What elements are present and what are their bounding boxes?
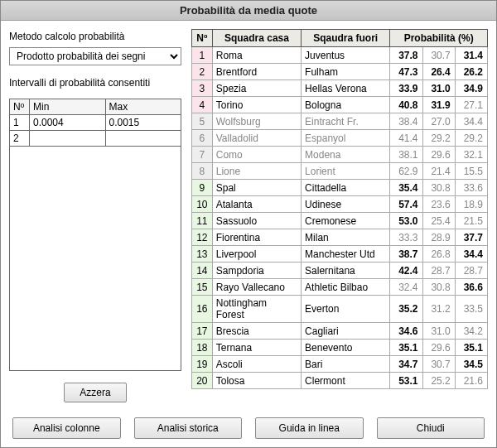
match-prob-x: 31.0 [422, 323, 455, 340]
match-prob-2: 36.6 [455, 279, 487, 296]
chiudi-button[interactable]: Chiudi [377, 417, 485, 439]
match-prob-1: 33.9 [390, 80, 422, 97]
match-prob-2: 27.1 [455, 97, 487, 113]
intervals-cell-min[interactable] [30, 131, 106, 147]
match-prob-2: 28.7 [455, 263, 487, 279]
match-away: Bari [302, 356, 390, 373]
matches-header-home: Squadra casa [212, 30, 301, 47]
table-row[interactable]: 12FiorentinaMilan33.328.937.7 [192, 229, 488, 246]
match-home: Liverpool [212, 246, 301, 263]
window: Probabilità da media quote Metodo calcol… [0, 0, 497, 448]
match-num: 17 [192, 323, 213, 340]
match-prob-1: 35.2 [390, 296, 422, 323]
table-row[interactable]: 4TorinoBologna40.831.927.1 [192, 97, 488, 113]
match-prob-x: 29.2 [422, 130, 455, 147]
intervals-cell-min[interactable]: 0.0004 [30, 115, 106, 131]
match-home: Ascoli [212, 356, 301, 373]
match-prob-x: 31.0 [422, 80, 455, 97]
table-row[interactable]: 9SpalCittadella35.430.833.6 [192, 180, 488, 196]
table-row[interactable]: 13LiverpoolManchester Utd38.726.834.4 [192, 246, 488, 263]
match-prob-2: 33.6 [455, 180, 487, 196]
match-prob-x: 31.9 [422, 97, 455, 113]
table-row[interactable]: 14SampdoriaSalernitana42.428.728.7 [192, 263, 488, 279]
table-row[interactable]: 5WolfsburgEintracht Fr.38.427.034.4 [192, 113, 488, 130]
match-away: Fulham [302, 64, 390, 80]
match-away: Hellas Verona [302, 80, 390, 97]
match-prob-x: 29.6 [422, 147, 455, 163]
table-row[interactable]: 3SpeziaHellas Verona33.931.034.9 [192, 80, 488, 97]
match-prob-2: 32.1 [455, 147, 487, 163]
match-prob-2: 15.5 [455, 163, 487, 180]
match-prob-1: 33.3 [390, 229, 422, 246]
intervals-row[interactable]: 2 [10, 131, 181, 147]
intervals-blank-area[interactable] [9, 147, 181, 371]
table-row[interactable]: 19AscoliBari34.730.734.5 [192, 356, 488, 373]
analisi-colonne-button[interactable]: Analisi colonne [12, 417, 121, 439]
match-prob-2: 31.4 [455, 47, 487, 64]
match-prob-x: 29.6 [422, 340, 455, 356]
bottom-bar: Analisi colonne Analisi storica Guida in… [1, 411, 496, 447]
match-prob-1: 53.1 [390, 373, 422, 389]
table-row[interactable]: 16Nottingham ForestEverton35.231.233.5 [192, 296, 488, 323]
method-select[interactable]: Prodotto probabilità dei segni [9, 47, 181, 65]
match-prob-x: 30.7 [422, 356, 455, 373]
match-num: 16 [192, 296, 213, 323]
match-num: 15 [192, 279, 213, 296]
match-home: Atalanta [212, 196, 301, 213]
match-prob-1: 35.4 [390, 180, 422, 196]
intervals-row[interactable]: 10.00040.0015 [10, 115, 181, 131]
match-away: Lorient [302, 163, 390, 180]
match-num: 1 [192, 47, 213, 64]
match-prob-2: 35.1 [455, 340, 487, 356]
match-prob-1: 38.7 [390, 246, 422, 263]
table-row[interactable]: 7ComoModena38.129.632.1 [192, 147, 488, 163]
table-row[interactable]: 10AtalantaUdinese57.423.618.9 [192, 196, 488, 213]
table-row[interactable]: 20TolosaClermont53.125.221.6 [192, 373, 488, 389]
intervals-cell-max[interactable] [105, 131, 181, 147]
match-prob-2: 18.9 [455, 196, 487, 213]
table-row[interactable]: 17BresciaCagliari34.631.034.2 [192, 323, 488, 340]
match-prob-2: 34.5 [455, 356, 487, 373]
match-num: 8 [192, 163, 213, 180]
match-prob-2: 33.5 [455, 296, 487, 323]
table-row[interactable]: 18TernanaBenevento35.129.635.1 [192, 340, 488, 356]
intervals-label: Intervalli di probabilità consentiti [9, 77, 181, 89]
match-away: Modena [302, 147, 390, 163]
match-prob-x: 26.8 [422, 246, 455, 263]
table-row[interactable]: 11SassuoloCremonese53.025.421.5 [192, 213, 488, 229]
match-prob-2: 34.4 [455, 246, 487, 263]
match-num: 3 [192, 80, 213, 97]
method-label: Metodo calcolo probabilità [9, 31, 181, 42]
match-prob-1: 37.8 [390, 47, 422, 64]
match-prob-1: 47.3 [390, 64, 422, 80]
intervals-table: Nº Min Max 10.00040.00152 [9, 99, 181, 147]
intervals-cell-max[interactable]: 0.0015 [105, 115, 181, 131]
match-num: 6 [192, 130, 213, 147]
match-home: Tolosa [212, 373, 301, 389]
guida-button[interactable]: Guida in linea [255, 417, 364, 439]
table-row[interactable]: 15Rayo VallecanoAthletic Bilbao32.430.83… [192, 279, 488, 296]
window-title: Probabilità da media quote [180, 4, 317, 17]
table-row[interactable]: 6ValladolidEspanyol41.429.229.2 [192, 130, 488, 147]
match-prob-x: 23.6 [422, 196, 455, 213]
match-prob-x: 28.7 [422, 263, 455, 279]
table-row[interactable]: 1RomaJuventus37.830.731.4 [192, 47, 488, 64]
match-prob-x: 30.7 [422, 47, 455, 64]
match-prob-2: 34.9 [455, 80, 487, 97]
analisi-storica-button[interactable]: Analisi storica [134, 417, 243, 439]
match-away: Manchester Utd [302, 246, 390, 263]
match-prob-1: 32.4 [390, 279, 422, 296]
intervals-cell-n[interactable]: 1 [10, 115, 30, 131]
match-prob-1: 35.1 [390, 340, 422, 356]
table-row[interactable]: 8LioneLorient62.921.415.5 [192, 163, 488, 180]
match-prob-1: 38.4 [390, 113, 422, 130]
match-num: 7 [192, 147, 213, 163]
match-num: 2 [192, 64, 213, 80]
match-prob-x: 30.8 [422, 279, 455, 296]
table-row[interactable]: 2BrentfordFulham47.326.426.2 [192, 64, 488, 80]
match-prob-2: 34.2 [455, 323, 487, 340]
intervals-cell-n[interactable]: 2 [10, 131, 30, 147]
azzera-button[interactable]: Azzera [64, 383, 126, 402]
match-home: Fiorentina [212, 229, 301, 246]
match-prob-2: 34.4 [455, 113, 487, 130]
